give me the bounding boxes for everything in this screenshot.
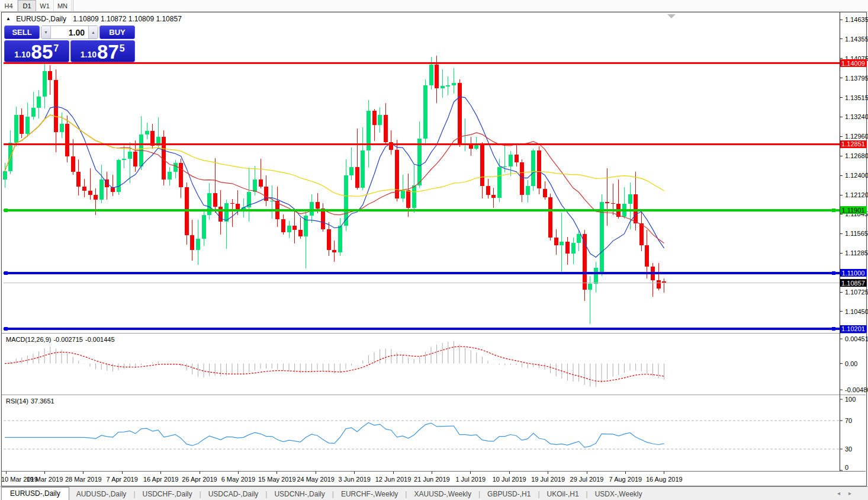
macd-name: MACD(12,26,9) [6,336,51,343]
chart-canvas[interactable]: 1.146351.143551.140751.137951.135151.132… [0,0,868,500]
svg-text:1.13240: 1.13240 [845,113,868,120]
svg-text:1.10725: 1.10725 [845,289,868,296]
svg-text:70: 70 [845,417,852,424]
sell-price-display[interactable]: 1.10857 [4,40,69,62]
price-axis[interactable]: 1.146351.143551.140751.137951.135151.132… [840,16,868,333]
svg-text:15 May 2019: 15 May 2019 [258,476,296,483]
svg-text:19 Jul 2019: 19 Jul 2019 [531,476,565,483]
svg-text:3 Jun 2019: 3 Jun 2019 [338,476,370,483]
svg-text:1.12851: 1.12851 [841,140,865,148]
svg-text:1.10450: 1.10450 [845,308,868,315]
sell-price-big-digits: 85 [31,43,53,61]
svg-text:1.10857: 1.10857 [841,280,865,287]
sell-price-prefix: 1.10 [14,50,30,59]
svg-text:100: 100 [845,396,856,403]
chart-tab-bar: EURUSD-,DailyAUDUSD-,Daily|USDCHF-,Daily… [0,486,868,500]
buy-price-prefix: 1.10 [81,50,97,59]
rsi-name: RSI(14) [6,398,28,405]
chart-tab-usdx-weekly[interactable]: USDX-,Weekly [588,488,650,500]
candlesticks [3,56,667,324]
collapse-panel-arrow-icon[interactable]: ▲ [6,16,11,21]
sell-button[interactable]: SELL [4,25,40,39]
svg-text:1.12960: 1.12960 [845,133,868,140]
macd-indicator-label: MACD(12,26,9)-0.002715-0.001445 [6,336,117,343]
svg-text:30: 30 [845,445,852,453]
chart-tab-eurchf-weekly[interactable]: EURCHF-,Weekly [334,488,405,500]
rsi-indicator-label: RSI(14)37.3651 [6,398,57,405]
svg-text:0: 0 [845,464,848,471]
svg-text:0.004517: 0.004517 [845,335,868,342]
date-axis[interactable]: 10 Mar 201919 Mar 201928 Mar 20197 Apr 2… [1,472,683,483]
macd-main-value: -0.002715 [53,336,83,343]
chart-tab-eurusd-daily[interactable]: EURUSD-,Daily [1,487,69,500]
svg-text:16 Aug 2019: 16 Aug 2019 [646,476,683,483]
mt4-terminal: { "toolbar": { "timeframes": [ {"label":… [0,0,868,500]
svg-text:26 Apr 2019: 26 Apr 2019 [182,476,217,483]
chart-tab-audusd-daily[interactable]: AUDUSD-,Daily [69,488,134,500]
chart-title: ▲ EURUSD-,Daily 1.10809 1.10872 1.10809 … [6,15,182,23]
svg-text:19 Mar 2019: 19 Mar 2019 [27,476,63,483]
svg-text:16 Apr 2019: 16 Apr 2019 [143,476,178,483]
chart-tab-usdchf-daily[interactable]: USDCHF-,Daily [136,488,200,500]
buy-price-display[interactable]: 1.10875 [70,40,136,62]
svg-text:1.12680: 1.12680 [845,152,868,159]
svg-text:1.11565: 1.11565 [845,230,868,237]
macd-panel: 0.0045170.00-0.004806 [5,335,868,393]
rsi-value: 37.3651 [31,398,54,405]
chart-shift-marker-icon[interactable] [667,14,676,18]
buy-button[interactable]: BUY [99,25,135,39]
macd-signal-value: -0.001445 [85,336,115,343]
chart-tab-gbpusd-h1[interactable]: GBPUSD-,H1 [480,488,538,500]
svg-text:1.12120: 1.12120 [845,191,868,198]
svg-text:1 Jul 2019: 1 Jul 2019 [455,476,486,483]
svg-text:1.14635: 1.14635 [845,16,868,23]
svg-text:1.10201: 1.10201 [841,325,865,332]
chart-tab-ukoil-h1[interactable]: UKOil-,H1 [540,488,586,500]
svg-text:7 Aug 2019: 7 Aug 2019 [609,476,642,483]
rsi-panel: 10070300 [4,396,856,471]
chart-symbol-label: EURUSD-,Daily [16,15,66,23]
svg-text:1.11000: 1.11000 [842,270,865,277]
svg-text:7 Apr 2019: 7 Apr 2019 [107,476,138,483]
svg-text:1.13795: 1.13795 [845,75,868,82]
volume-input[interactable] [51,26,88,39]
down-arrow-icon: ▼ [44,30,48,34]
slow-ma-yellow [5,115,664,197]
chart-ohlc-values: 1.10809 1.10872 1.10809 1.10857 [73,15,182,23]
chart-tab-usdcad-daily[interactable]: USDCAD-,Daily [201,488,266,500]
svg-text:1.13515: 1.13515 [845,94,868,101]
svg-text:28 Mar 2019: 28 Mar 2019 [65,476,102,483]
one-click-trade-panel: SELL ▼ ▲ BUY 1.10857 1.10875 [4,25,135,62]
chart-window-frame [2,12,866,472]
chart-tab-xauusd-weekly[interactable]: XAUUSD-,Weekly [407,488,478,500]
buy-price-big-digits: 87 [97,43,119,61]
svg-text:1.14009: 1.14009 [841,60,865,67]
svg-text:21 Jun 2019: 21 Jun 2019 [414,476,450,483]
volume-decrease-button[interactable]: ▼ [41,26,51,39]
svg-text:0.00: 0.00 [845,360,857,367]
svg-text:12 Jun 2019: 12 Jun 2019 [375,476,412,483]
horizontal-level-lines[interactable] [4,63,840,331]
svg-text:29 Jul 2019: 29 Jul 2019 [570,476,604,483]
svg-text:10 Jul 2019: 10 Jul 2019 [493,476,526,483]
buy-price-pip-digit: 5 [120,43,125,54]
rsi-line [5,423,664,448]
svg-text:-0.004806: -0.004806 [845,386,868,393]
svg-text:1.12400: 1.12400 [845,172,868,179]
volume-control: ▼ ▲ [41,25,98,39]
sell-price-pip-digit: 7 [53,43,59,54]
tab-scroll-arrows[interactable]: ◂▸ [837,490,860,496]
svg-text:6 May 2019: 6 May 2019 [221,476,255,483]
svg-text:1.11285: 1.11285 [845,249,868,257]
up-arrow-icon: ▲ [91,30,95,34]
svg-text:1.11901: 1.11901 [842,207,865,214]
svg-text:1.14355: 1.14355 [845,36,868,43]
volume-increase-button[interactable]: ▲ [88,26,98,39]
svg-text:24 May 2019: 24 May 2019 [297,476,335,483]
chart-tab-usdcnh-daily[interactable]: USDCNH-,Daily [267,488,332,500]
